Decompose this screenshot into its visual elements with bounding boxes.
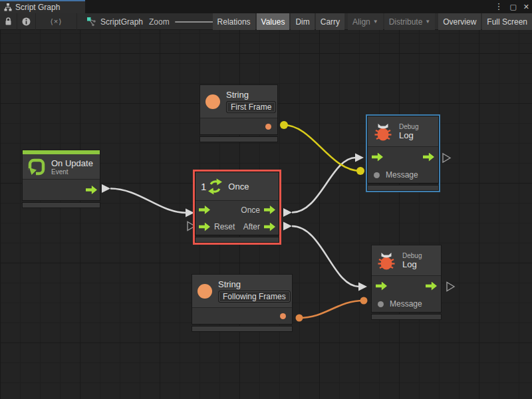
inspect-button[interactable] xyxy=(17,13,36,30)
graph-breadcrumb[interactable]: ScriptGraph xyxy=(86,13,143,30)
code-view-button[interactable]: ⟨×⟩ xyxy=(36,13,77,30)
chevron-down-icon: ▼ xyxy=(373,19,378,25)
message-input-port[interactable] xyxy=(374,172,380,178)
node-footer xyxy=(22,202,100,208)
debug-top-flow-input-port[interactable] xyxy=(372,153,383,162)
node-category: Debug xyxy=(402,252,422,259)
node-title: Log xyxy=(402,259,422,269)
bug-icon xyxy=(377,251,396,271)
lock-icon xyxy=(5,17,12,26)
node-subtitle: Event xyxy=(51,168,93,176)
graph-name-label: ScriptGraph xyxy=(100,17,143,27)
string-output-port[interactable] xyxy=(265,124,271,130)
string-output-port[interactable] xyxy=(280,313,286,319)
node-footer xyxy=(371,314,442,320)
message-input-port[interactable] xyxy=(378,301,384,307)
window-menu-icon[interactable]: ⋮ xyxy=(494,0,503,13)
string-value-field[interactable]: Following Frames xyxy=(218,291,291,303)
node-string-following-frames[interactable]: String Following Frames xyxy=(192,274,293,332)
full-screen-button[interactable]: Full Screen xyxy=(482,13,532,30)
on-update-flow-output-port[interactable] xyxy=(86,186,97,194)
port-label-message: Message xyxy=(390,299,422,309)
tab-title: Script Graph xyxy=(15,3,60,12)
string-value-field[interactable]: First Frame xyxy=(226,101,276,113)
relations-button[interactable]: Relations xyxy=(213,13,255,30)
close-icon[interactable]: ✕ xyxy=(523,0,529,13)
node-on-update[interactable]: On Update Event xyxy=(22,150,100,208)
once-cycle-icon xyxy=(207,178,223,196)
lock-button[interactable] xyxy=(0,13,17,30)
view-buttons: Relations Values Dim Carry Align▼ Distri… xyxy=(211,13,532,30)
align-dropdown[interactable]: Align▼ xyxy=(348,13,383,30)
node-title: On Update xyxy=(51,158,93,168)
node-once-selected[interactable]: 1 Once Once Reset xyxy=(193,170,281,245)
maximize-icon[interactable]: ▢ xyxy=(509,0,516,13)
node-title: String xyxy=(218,279,291,289)
once-count: 1 xyxy=(201,181,206,192)
node-footer xyxy=(200,136,278,142)
port-label-message: Message xyxy=(386,170,418,180)
graph-canvas[interactable]: String First Frame On Update xyxy=(0,30,532,399)
graph-tab-icon xyxy=(4,3,12,11)
chevron-down-icon: ▼ xyxy=(425,19,430,25)
node-category: Debug xyxy=(399,123,418,130)
node-footer xyxy=(192,326,293,332)
node-title: Log xyxy=(399,130,418,140)
port-label-after: After xyxy=(243,222,260,231)
debug-top-flow-output-port[interactable] xyxy=(423,153,434,162)
debug-bottom-flow-output-port[interactable] xyxy=(426,282,437,291)
title-bar: Script Graph ⋮ ▢ ✕ xyxy=(0,0,532,13)
node-string-first-frame[interactable]: String First Frame xyxy=(200,84,278,142)
port-label-once: Once xyxy=(241,205,260,215)
script-graph-icon xyxy=(86,17,96,27)
node-debug-log-bottom[interactable]: Debug Log Message xyxy=(371,245,442,320)
string-type-icon xyxy=(205,94,220,109)
once-output-port[interactable] xyxy=(264,205,275,214)
node-footer xyxy=(367,185,439,191)
code-view-icon: ⟨×⟩ xyxy=(50,17,62,26)
carry-button[interactable]: Carry xyxy=(316,13,344,30)
graph-toolbar: ⟨×⟩ ScriptGraph Zoom 1x Relations Values… xyxy=(0,13,532,30)
bug-icon xyxy=(374,122,392,142)
once-flow-input-port[interactable] xyxy=(199,205,210,214)
info-icon xyxy=(22,17,31,26)
reset-input-port[interactable] xyxy=(199,223,210,231)
distribute-dropdown[interactable]: Distribute▼ xyxy=(384,13,436,30)
zoom-label: Zoom xyxy=(149,17,170,27)
dim-button[interactable]: Dim xyxy=(291,13,314,30)
values-button[interactable]: Values xyxy=(257,13,290,30)
node-debug-log-top[interactable]: Debug Log Message xyxy=(366,114,440,192)
string-type-icon xyxy=(198,284,212,299)
tab-script-graph[interactable]: Script Graph xyxy=(0,1,85,13)
on-update-loop-icon xyxy=(27,158,46,176)
node-title: Once xyxy=(228,182,249,192)
after-output-port[interactable] xyxy=(264,223,275,231)
node-footer xyxy=(195,237,279,243)
debug-bottom-flow-input-port[interactable] xyxy=(376,282,387,291)
port-label-reset: Reset xyxy=(214,222,235,231)
overview-button[interactable]: Overview xyxy=(438,13,481,30)
node-title: String xyxy=(226,90,276,100)
